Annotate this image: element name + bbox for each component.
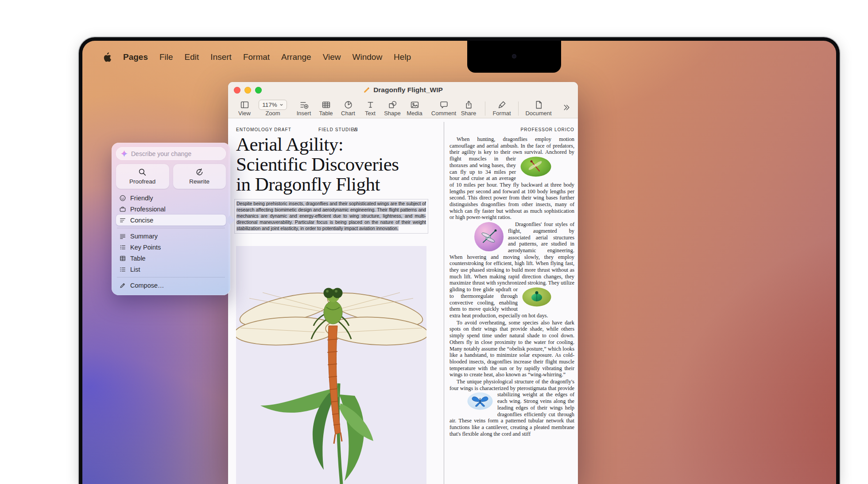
menu-item-insert[interactable]: Insert [210,52,232,62]
toolbar-item-format[interactable]: Format [491,99,513,116]
dragonfly-illustration-svg [236,246,426,484]
menu-item-label: Friendly [130,195,153,202]
close-button[interactable] [234,87,240,94]
menu-item-help[interactable]: Help [394,52,411,62]
kicker-left[interactable]: ENTOMOLOGY DRAFT [236,127,291,132]
menu-item-arrange[interactable]: Arrange [281,52,311,62]
double-chevron-icon [562,102,571,113]
menu-app-name[interactable]: Pages [123,52,148,62]
toolbar-item-share[interactable]: Share [457,99,480,116]
kicker-row[interactable]: ENTOMOLOGY DRAFT FIELD STUDIES VI [236,127,426,133]
inline-photo-dragonfly-pink[interactable] [474,222,504,251]
describe-change-input[interactable] [131,150,221,157]
writing-tools-item-key-points[interactable]: Key Points [116,242,226,253]
selected-intro-paragraph[interactable]: Despite being prehistoric insects, drago… [234,199,428,234]
toolbar-item-shape[interactable]: Shape [381,99,403,116]
toolbar-item-label: Comment [431,110,456,116]
action-label: Proofread [129,178,155,185]
describe-change-field[interactable] [116,147,226,160]
bullet-list-icon [119,244,126,251]
menu-item-edit[interactable]: Edit [185,52,199,62]
column-divider-rule [444,122,444,484]
sidebar-icon [240,100,249,110]
table-icon [322,100,331,110]
toolbar-item-label: Share [461,110,477,116]
toolbar-item-media[interactable]: Media [403,99,426,116]
apple-menu[interactable] [103,52,112,62]
inline-photo-beetle[interactable] [522,287,551,307]
minimize-button[interactable] [244,87,251,94]
menu-item-file[interactable]: File [159,52,173,62]
toolbar-separator [518,101,519,116]
compose-pencil-icon [119,282,126,289]
toolbar-item-label: Format [492,110,511,116]
media-icon [410,100,419,110]
kicker-center[interactable]: FIELD STUDIES [318,127,358,132]
body-paragraph[interactable]: Dragonflies' four styles of flight, augm… [450,221,574,319]
rewrite-icon [195,168,204,176]
table-grid-icon [119,255,126,262]
writing-tools-item-friendly[interactable]: Friendly [116,192,226,203]
list-lines-icon [119,266,126,273]
right-column: PROFESSOR LORICO When hunting, dragonfli… [450,118,574,484]
toolbar-item-label: Table [319,110,333,116]
insert-icon [299,100,309,110]
toolbar-item-more[interactable] [559,99,573,113]
menu-item-view[interactable]: View [323,52,341,62]
article-title[interactable]: Aerial Agility: Scientific Discoveries i… [236,134,428,194]
menu-item-label: Table [130,255,146,262]
facetime-camera [512,54,516,59]
toolbar-item-label: Media [407,110,422,116]
byline[interactable]: PROFESSOR LORICO [520,127,574,132]
toolbar-item-document[interactable]: Document [524,99,553,116]
summary-lines-icon [119,233,126,240]
window-titlebar: Dragonfly Flight_WIP [228,82,578,98]
action-label: Rewrite [189,178,209,185]
fullscreen-button[interactable] [255,87,262,94]
title-line-2: Scientific Discoveries [236,154,428,174]
toolbar-item-zoom[interactable]: 117%Zoom [258,99,287,116]
toolbar-item-chart[interactable]: Chart [337,99,359,116]
dragonfly-illustration[interactable] [236,246,426,484]
briefcase-icon [119,206,126,213]
writing-tools-popover: ProofreadRewrite FriendlyProfessionalCon… [112,143,230,295]
toolbar-item-comment[interactable]: Comment [430,99,457,116]
writing-tools-item-compose[interactable]: Compose… [116,280,226,291]
menu-item-label: Professional [130,206,166,213]
body-paragraph[interactable]: When hunting, dragonflies employ motion … [450,136,574,221]
toolbar-item-text[interactable]: Text [359,99,381,116]
window-title: Dragonfly Flight_WIP [373,86,443,94]
toolbar-item-label: Document [525,110,551,116]
kicker-right[interactable]: VI [353,127,358,132]
document-canvas: ENTOMOLOGY DRAFT FIELD STUDIES VI Aerial… [228,118,578,484]
menu-item-label: Compose… [130,282,164,289]
menu-item-format[interactable]: Format [243,52,270,62]
body-paragraph[interactable]: The unique physiological structure of th… [450,379,574,437]
zoom-value: 117% [262,101,277,108]
pages-window: Dragonfly Flight_WIP View117%ZoomInsertT… [228,82,578,484]
toolbar-item-view[interactable]: View [234,99,255,116]
writing-tools-item-list[interactable]: List [116,264,226,275]
rewrite-button[interactable]: Rewrite [173,164,226,189]
menu-item-label: Summary [130,233,158,240]
writing-tools-item-table[interactable]: Table [116,253,226,264]
title-line-3: in Dragonfly Flight [236,174,428,194]
menu-item-window[interactable]: Window [353,52,383,62]
writing-tools-item-professional[interactable]: Professional [116,203,226,215]
inline-photo-butterfly[interactable] [467,392,493,410]
toolbar-item-table[interactable]: Table [315,99,337,116]
chevron-down-icon [279,101,283,108]
menu-item-label: Key Points [130,244,161,251]
document-icon [534,100,543,110]
proofread-button[interactable]: Proofread [116,164,169,189]
edited-pencil-icon [363,86,370,94]
inline-photo-dragonfly-green[interactable] [520,156,551,177]
body-paragraph[interactable]: To avoid overheating, some species also … [450,320,574,378]
apple-logo-icon [103,52,112,62]
toolbar-item-insert[interactable]: Insert [293,99,315,116]
writing-tools-item-concise[interactable]: Concise [116,215,226,226]
writing-tools-item-summary[interactable]: Summary [116,230,226,242]
zoom-dropdown[interactable]: 117% [259,100,287,110]
traffic-lights [234,87,262,94]
toolbar-separator [485,101,485,116]
